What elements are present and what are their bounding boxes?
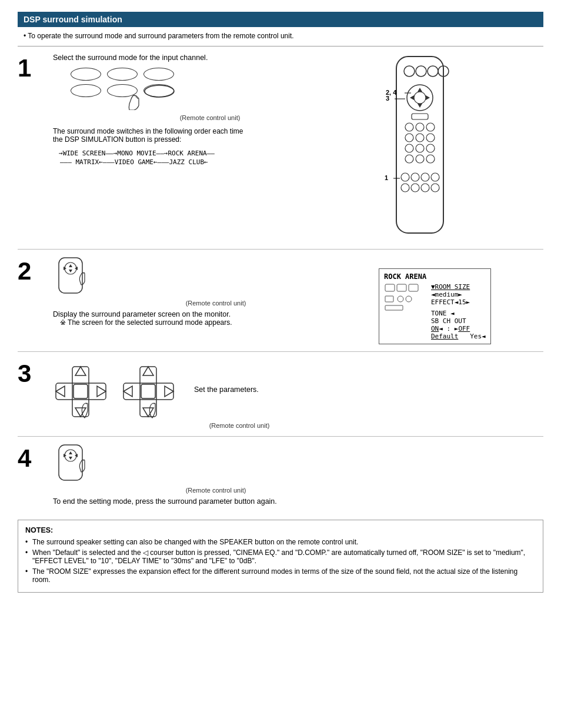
flow-arrow-back: ——— MATRIX bbox=[60, 158, 99, 166]
svg-point-34 bbox=[431, 173, 439, 181]
flow-arrow-4: ←——— bbox=[99, 158, 115, 166]
dpad-1-svg bbox=[53, 364, 109, 420]
oval-btn-1 bbox=[71, 68, 101, 81]
svg-point-3 bbox=[416, 66, 426, 77]
svg-point-31 bbox=[401, 173, 409, 181]
flow-arrow-3: —— bbox=[207, 149, 215, 157]
step-4-body: (Remote control unit) To end the setting… bbox=[47, 444, 379, 506]
notes-title: NOTES: bbox=[25, 526, 536, 534]
svg-rect-64 bbox=[123, 383, 173, 400]
svg-rect-66 bbox=[59, 445, 82, 480]
step-1-number: 1 bbox=[18, 54, 47, 81]
btn-row-top bbox=[71, 68, 367, 81]
svg-point-24 bbox=[416, 144, 424, 152]
step-4-remote-icon bbox=[53, 444, 100, 485]
step-4-caption: (Remote control unit) bbox=[53, 487, 379, 494]
notes-bullet-1: The surround speaker setting can also be… bbox=[25, 538, 536, 546]
step-3-caption: (Remote control unit) bbox=[100, 422, 379, 429]
flow-item-3: ROCK ARENA bbox=[168, 149, 206, 157]
flow-diagram: → WIDE SCREEN ——→ MONO MOVIE ——→ ROCK AR… bbox=[59, 149, 367, 166]
svg-rect-47 bbox=[409, 284, 418, 291]
step-4-desc: To end the setting mode, press the surro… bbox=[53, 497, 379, 506]
monitor-content: ▼ROOM SIZE ◄medium► EFFECT◄15► TONE ◄ SB… bbox=[384, 283, 486, 340]
step-2-remote-icon bbox=[53, 257, 100, 298]
notes-section: NOTES: The surround speaker setting can … bbox=[18, 520, 543, 593]
step-3-desc-wrap: Set the parameters. bbox=[194, 385, 259, 398]
hand-icon bbox=[144, 85, 175, 98]
step-4-row: 4 (Remote control unit) To end the setti… bbox=[18, 437, 543, 513]
monitor-line-2: ◄medium► bbox=[431, 291, 486, 298]
flow-item-5: JAZZ CLUB bbox=[169, 158, 204, 166]
svg-point-49 bbox=[398, 296, 403, 302]
flow-arrow-2: ——→ bbox=[156, 149, 168, 157]
monitor-display: ROCK ARENA bbox=[379, 268, 491, 344]
monitor-left-controls bbox=[384, 283, 425, 340]
monitor-line-3: EFFECT◄15► bbox=[431, 298, 486, 306]
oval-btn-2 bbox=[107, 68, 138, 81]
step-2-row: 2 (Remote control unit) Display the surr… bbox=[18, 250, 543, 352]
svg-rect-45 bbox=[385, 284, 395, 291]
svg-point-2 bbox=[404, 66, 415, 77]
oval-btn-3 bbox=[143, 68, 174, 81]
svg-text:3: 3 bbox=[386, 95, 389, 102]
step-1-caption: (Remote control unit) bbox=[53, 114, 367, 121]
btn-row-bottom bbox=[71, 84, 367, 97]
svg-marker-42 bbox=[69, 270, 72, 272]
notes-bullet-3: The "ROOM SIZE" expresses the expansion … bbox=[25, 567, 536, 584]
svg-rect-57 bbox=[56, 383, 106, 400]
svg-marker-12 bbox=[410, 95, 414, 100]
step-1-button-grid bbox=[71, 68, 367, 97]
svg-point-35 bbox=[401, 184, 409, 192]
svg-point-22 bbox=[426, 134, 435, 142]
svg-marker-69 bbox=[69, 457, 72, 460]
svg-point-38 bbox=[431, 184, 439, 192]
main-content: 1 Select the surround mode for the input… bbox=[18, 46, 543, 513]
finger-icon bbox=[123, 94, 141, 110]
monitor-title: ROCK ARENA bbox=[384, 272, 486, 281]
svg-marker-60 bbox=[143, 408, 153, 417]
svg-rect-63 bbox=[140, 367, 156, 417]
step-2-desc2: ※ The screen for the selected surround m… bbox=[53, 318, 379, 327]
monitor-line-1: ▼ROOM SIZE bbox=[431, 283, 486, 291]
svg-marker-11 bbox=[418, 104, 422, 108]
svg-point-0 bbox=[145, 85, 174, 97]
svg-point-26 bbox=[405, 155, 413, 163]
step-3-desc: Set the parameters. bbox=[194, 385, 259, 394]
svg-rect-56 bbox=[72, 367, 89, 417]
svg-rect-65 bbox=[141, 384, 155, 398]
step-2-body: (Remote control unit) Display the surrou… bbox=[47, 257, 379, 327]
notes-bullet-2: When "Default" is selected and the ◁ cou… bbox=[25, 549, 536, 565]
svg-marker-62 bbox=[165, 386, 173, 397]
svg-point-9 bbox=[414, 92, 426, 104]
svg-rect-46 bbox=[397, 284, 406, 291]
flow-arrow-start: → bbox=[59, 149, 63, 157]
flow-item-1: WIDE SCREEN bbox=[63, 149, 106, 157]
step-2-monitor: ROCK ARENA bbox=[379, 257, 543, 344]
monitor-icons-svg bbox=[384, 283, 425, 330]
svg-point-19 bbox=[426, 123, 435, 131]
step-1-body: Select the surround mode for the input c… bbox=[47, 54, 367, 166]
svg-point-37 bbox=[421, 184, 429, 192]
svg-point-32 bbox=[411, 173, 419, 181]
svg-point-27 bbox=[416, 155, 424, 163]
oval-btn-4 bbox=[71, 84, 101, 97]
step-1-sub1: The surround mode switches in the follow… bbox=[53, 127, 367, 135]
step-3-number: 3 bbox=[18, 359, 47, 386]
step-2-desc: Display the surround parameter screen on… bbox=[53, 310, 379, 318]
svg-marker-59 bbox=[143, 367, 153, 375]
svg-marker-10 bbox=[418, 88, 422, 92]
svg-point-25 bbox=[426, 144, 435, 152]
svg-rect-48 bbox=[385, 296, 393, 302]
step-3-body: Set the parameters. (Remote control unit… bbox=[47, 359, 379, 429]
svg-point-4 bbox=[428, 66, 438, 77]
step-2-caption: (Remote control unit) bbox=[53, 300, 379, 307]
svg-marker-61 bbox=[123, 386, 132, 397]
svg-text:1: 1 bbox=[385, 174, 388, 181]
svg-marker-52 bbox=[75, 367, 86, 375]
remote-control-svg: 2, 4 3 bbox=[379, 54, 461, 242]
step-1-sub2: the DSP SIMULATION button is pressed: bbox=[53, 135, 367, 144]
step-3-row: 3 bbox=[18, 352, 543, 437]
page-title: DSP surround simulation bbox=[18, 12, 543, 27]
svg-rect-1 bbox=[396, 56, 443, 233]
flow-item-4: VIDEO GAME bbox=[115, 158, 153, 166]
